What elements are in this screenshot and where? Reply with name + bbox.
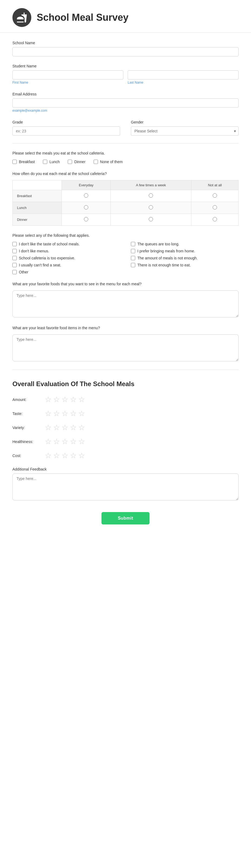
healthiness-star-5[interactable]: ☆ xyxy=(78,438,85,445)
grade-col: Grade xyxy=(12,120,120,136)
variety-star-5[interactable]: ☆ xyxy=(78,424,85,431)
applies-seat-item[interactable]: I usually can't find a seat. xyxy=(12,263,120,267)
cost-star-5[interactable]: ☆ xyxy=(78,452,85,460)
least-fav-textarea[interactable] xyxy=(12,334,239,361)
dinner-checkbox-item[interactable]: Dinner xyxy=(68,160,85,164)
applies-time-checkbox[interactable] xyxy=(131,263,135,267)
none-checkbox[interactable] xyxy=(94,160,98,164)
healthiness-star-2[interactable]: ☆ xyxy=(53,438,60,445)
breakfast-few-radio[interactable] xyxy=(149,193,153,198)
frequency-empty-header xyxy=(13,180,62,190)
first-name-input[interactable] xyxy=(12,70,123,80)
dinner-label: Dinner xyxy=(74,160,85,164)
lunch-everyday-radio[interactable] xyxy=(84,205,88,210)
evaluation-heading: Overall Evaluation Of The School Meals xyxy=(12,377,239,388)
amount-star-3[interactable]: ☆ xyxy=(61,396,68,403)
lunch-checkbox[interactable] xyxy=(43,160,47,164)
grade-input[interactable] xyxy=(12,126,120,136)
school-name-input[interactable] xyxy=(12,47,239,56)
amount-star-4[interactable]: ☆ xyxy=(70,396,77,403)
frequency-lunch-few[interactable] xyxy=(111,202,191,214)
email-input[interactable] xyxy=(12,98,239,107)
dinner-never-radio[interactable] xyxy=(213,217,217,221)
breakfast-checkbox-item[interactable]: Breakfast xyxy=(12,160,35,164)
frequency-dinner-label: Dinner xyxy=(13,214,62,226)
frequency-breakfast-label: Breakfast xyxy=(13,190,62,202)
healthiness-star-1[interactable]: ☆ xyxy=(45,438,52,445)
student-name-group: Student Name First Name Last Name xyxy=(12,64,239,84)
applies-other-checkbox[interactable] xyxy=(12,270,17,274)
taste-star-3[interactable]: ☆ xyxy=(61,410,68,417)
dinner-few-radio[interactable] xyxy=(149,217,153,221)
applies-taste-checkbox[interactable] xyxy=(12,242,17,246)
applies-bring-item[interactable]: I prefer bringing meals from home. xyxy=(131,249,239,253)
cost-stars[interactable]: ☆ ☆ ☆ ☆ ☆ xyxy=(45,452,85,460)
taste-stars[interactable]: ☆ ☆ ☆ ☆ ☆ xyxy=(45,410,85,417)
gender-select[interactable]: Please Select Male Female Other Prefer n… xyxy=(131,126,239,136)
amount-star-2[interactable]: ☆ xyxy=(53,396,60,403)
email-label: Email Address xyxy=(12,92,239,96)
lunch-checkbox-item[interactable]: Lunch xyxy=(43,160,60,164)
taste-star-4[interactable]: ☆ xyxy=(70,410,77,417)
applies-bring-label: I prefer bringing meals from home. xyxy=(137,249,195,253)
last-name-col: Last Name xyxy=(128,70,239,84)
frequency-breakfast-never[interactable] xyxy=(191,190,239,202)
taste-star-1[interactable]: ☆ xyxy=(45,410,52,417)
variety-star-4[interactable]: ☆ xyxy=(70,424,77,431)
taste-star-5[interactable]: ☆ xyxy=(78,410,85,417)
applies-queues-item[interactable]: The queues are too long. xyxy=(131,242,239,246)
cost-star-2[interactable]: ☆ xyxy=(53,452,60,460)
applies-bring-checkbox[interactable] xyxy=(131,249,135,253)
applies-seat-checkbox[interactable] xyxy=(12,263,17,267)
gender-label: Gender xyxy=(131,120,239,124)
frequency-breakfast-everyday[interactable] xyxy=(62,190,111,202)
lunch-never-radio[interactable] xyxy=(213,205,217,210)
applies-queues-checkbox[interactable] xyxy=(131,242,135,246)
cost-star-3[interactable]: ☆ xyxy=(61,452,68,460)
applies-expensive-label: School cafeteria is too expensive. xyxy=(19,256,75,260)
amount-stars[interactable]: ☆ ☆ ☆ ☆ ☆ xyxy=(45,396,85,403)
amount-star-1[interactable]: ☆ xyxy=(45,396,52,403)
applies-menus-checkbox[interactable] xyxy=(12,249,17,253)
frequency-lunch-never[interactable] xyxy=(191,202,239,214)
amount-star-5[interactable]: ☆ xyxy=(78,396,85,403)
applies-menus-item[interactable]: I don't like menus. xyxy=(12,249,120,253)
submit-button[interactable]: Submit xyxy=(102,512,149,524)
taste-star-2[interactable]: ☆ xyxy=(53,410,60,417)
variety-star-3[interactable]: ☆ xyxy=(61,424,68,431)
dinner-everyday-radio[interactable] xyxy=(84,217,88,221)
cost-rating-row: Cost: ☆ ☆ ☆ ☆ ☆ xyxy=(12,452,239,460)
dinner-checkbox[interactable] xyxy=(68,160,72,164)
frequency-dinner-never[interactable] xyxy=(191,214,239,226)
fav-foods-textarea[interactable] xyxy=(12,290,239,317)
breakfast-checkbox[interactable] xyxy=(12,160,17,164)
applies-expensive-item[interactable]: School cafeteria is too expensive. xyxy=(12,256,120,260)
frequency-few-times-header: A few times a week xyxy=(111,180,191,190)
last-name-input[interactable] xyxy=(128,70,239,80)
healthiness-star-3[interactable]: ☆ xyxy=(61,438,68,445)
applies-taste-item[interactable]: I don't like the taste of school meals. xyxy=(12,242,120,246)
applies-time-item[interactable]: There is not enough time to eat. xyxy=(131,263,239,267)
none-checkbox-item[interactable]: None of them xyxy=(94,160,123,164)
applies-amount-checkbox[interactable] xyxy=(131,256,135,260)
breakfast-never-radio[interactable] xyxy=(213,193,217,198)
variety-stars[interactable]: ☆ ☆ ☆ ☆ ☆ xyxy=(45,424,85,431)
frequency-dinner-few[interactable] xyxy=(111,214,191,226)
variety-star-2[interactable]: ☆ xyxy=(53,424,60,431)
frequency-lunch-everyday[interactable] xyxy=(62,202,111,214)
applies-other-item[interactable]: Other xyxy=(12,270,120,274)
applies-expensive-checkbox[interactable] xyxy=(12,256,17,260)
applies-amount-item[interactable]: The amount of meals is not enough. xyxy=(131,256,239,260)
cost-star-4[interactable]: ☆ xyxy=(70,452,77,460)
variety-star-1[interactable]: ☆ xyxy=(45,424,52,431)
frequency-breakfast-few[interactable] xyxy=(111,190,191,202)
applies-queues-label: The queues are too long. xyxy=(137,242,179,246)
page-wrapper: School Meal Survey School Name Student N… xyxy=(0,0,251,868)
breakfast-everyday-radio[interactable] xyxy=(84,193,88,198)
healthiness-stars[interactable]: ☆ ☆ ☆ ☆ ☆ xyxy=(45,438,85,445)
cost-star-1[interactable]: ☆ xyxy=(45,452,52,460)
healthiness-star-4[interactable]: ☆ xyxy=(70,438,77,445)
feedback-textarea[interactable] xyxy=(12,473,239,500)
frequency-dinner-everyday[interactable] xyxy=(62,214,111,226)
lunch-few-radio[interactable] xyxy=(149,205,153,210)
